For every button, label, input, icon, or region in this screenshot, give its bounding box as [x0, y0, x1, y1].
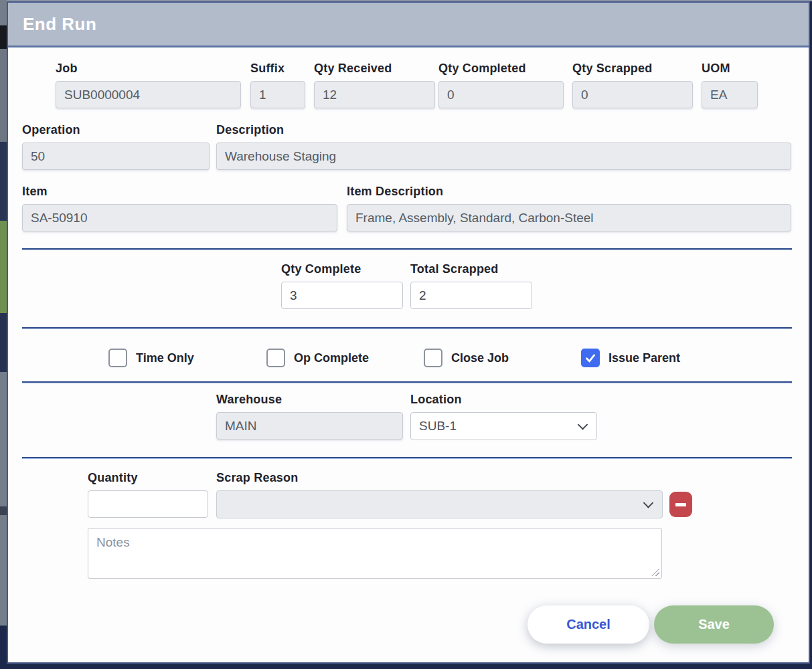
issue-parent-checkbox[interactable]	[581, 349, 600, 367]
uom-input	[702, 81, 758, 108]
item-description-input	[347, 204, 791, 231]
job-label: Job	[56, 62, 241, 76]
checkmark-icon	[584, 352, 596, 364]
job-input	[56, 81, 241, 108]
scrap-reason-label: Scrap Reason	[216, 471, 663, 485]
background-sliver	[0, 506, 7, 515]
qty-scrapped-input	[572, 81, 693, 108]
remove-scrap-row-button[interactable]	[669, 492, 692, 517]
notes-field-group	[88, 528, 662, 579]
issue-parent-checkbox-item: Issue Parent	[581, 348, 680, 368]
background-sliver	[0, 49, 7, 142]
item-label: Item	[22, 185, 337, 199]
qty-complete-label: Qty Complete	[281, 262, 403, 276]
quantity-field-group: Quantity	[88, 471, 208, 518]
total-scrapped-label: Total Scrapped	[410, 262, 532, 276]
section-divider	[22, 248, 792, 250]
background-sliver	[0, 142, 7, 221]
location-select[interactable]: SUB-1	[410, 412, 597, 440]
item-field-group: Item	[22, 185, 337, 231]
qty-completed-field-group: Qty Completed	[438, 62, 564, 108]
background-sliver	[0, 25, 7, 49]
operation-field-group: Operation	[22, 123, 210, 170]
qty-completed-label: Qty Completed	[438, 62, 564, 76]
time-only-checkbox[interactable]	[108, 349, 127, 367]
background-sliver	[0, 515, 7, 626]
job-field-group: Job	[56, 62, 241, 108]
qty-received-label: Qty Received	[314, 62, 435, 76]
qty-received-input	[314, 81, 435, 108]
uom-field-group: UOM	[702, 62, 758, 108]
suffix-label: Suffix	[250, 62, 305, 76]
op-complete-label: Op Complete	[294, 351, 369, 365]
description-field-group: Description	[216, 123, 791, 170]
background-sliver	[0, 626, 7, 669]
close-job-label: Close Job	[451, 351, 509, 365]
suffix-field-group: Suffix	[250, 62, 305, 108]
save-button[interactable]: Save	[654, 605, 774, 644]
operation-label: Operation	[22, 123, 210, 137]
operation-input	[22, 142, 210, 170]
qty-scrapped-label: Qty Scrapped	[572, 62, 693, 76]
chevron-down-icon	[578, 419, 588, 430]
background-sliver	[0, 313, 7, 372]
section-divider	[22, 381, 792, 383]
uom-label: UOM	[702, 62, 758, 76]
warehouse-field-group: Warehouse	[216, 393, 403, 440]
qty-completed-input	[438, 81, 564, 108]
qty-received-field-group: Qty Received	[314, 62, 435, 108]
close-job-checkbox[interactable]	[424, 349, 442, 367]
location-label: Location	[410, 393, 597, 407]
item-description-label: Item Description	[347, 185, 791, 199]
background-sliver	[0, 372, 7, 506]
section-divider	[22, 327, 792, 328]
time-only-checkbox-item: Time Only	[108, 348, 194, 368]
end-run-modal: End Run Job Suffix Qty Received Qty Comp…	[7, 1, 810, 664]
section-divider	[22, 457, 792, 458]
item-input	[22, 204, 337, 231]
warehouse-label: Warehouse	[216, 393, 403, 407]
background-sliver	[0, 221, 7, 313]
qty-scrapped-field-group: Qty Scrapped	[572, 62, 693, 108]
location-select-value: SUB-1	[419, 419, 457, 434]
modal-title: End Run	[23, 14, 96, 35]
minus-icon	[675, 503, 686, 506]
total-scrapped-field-group: Total Scrapped	[410, 262, 532, 309]
page-root: { "modal": { "title": "End Run" }, "fiel…	[0, 0, 812, 669]
time-only-label: Time Only	[136, 351, 194, 365]
scrap-reason-field-group: Scrap Reason	[216, 471, 663, 518]
qty-complete-field-group: Qty Complete	[281, 262, 403, 309]
modal-header: End Run	[8, 3, 809, 47]
close-job-checkbox-item: Close Job	[424, 348, 509, 368]
qty-complete-input[interactable]	[281, 282, 403, 309]
op-complete-checkbox-item: Op Complete	[266, 348, 369, 368]
cancel-button[interactable]: Cancel	[527, 605, 649, 644]
op-complete-checkbox[interactable]	[266, 349, 285, 367]
quantity-label: Quantity	[88, 471, 208, 485]
chevron-down-icon	[643, 498, 654, 508]
total-scrapped-input[interactable]	[410, 282, 532, 309]
scrap-reason-select[interactable]	[216, 490, 663, 518]
suffix-input	[250, 81, 305, 108]
notes-textarea[interactable]	[88, 528, 662, 579]
background-sliver	[0, 0, 7, 25]
warehouse-input	[216, 412, 403, 440]
item-description-field-group: Item Description	[347, 185, 791, 231]
description-label: Description	[216, 123, 791, 137]
quantity-input[interactable]	[88, 490, 208, 518]
issue-parent-label: Issue Parent	[608, 351, 680, 365]
description-input	[216, 142, 791, 170]
location-field-group: Location SUB-1	[410, 393, 597, 440]
